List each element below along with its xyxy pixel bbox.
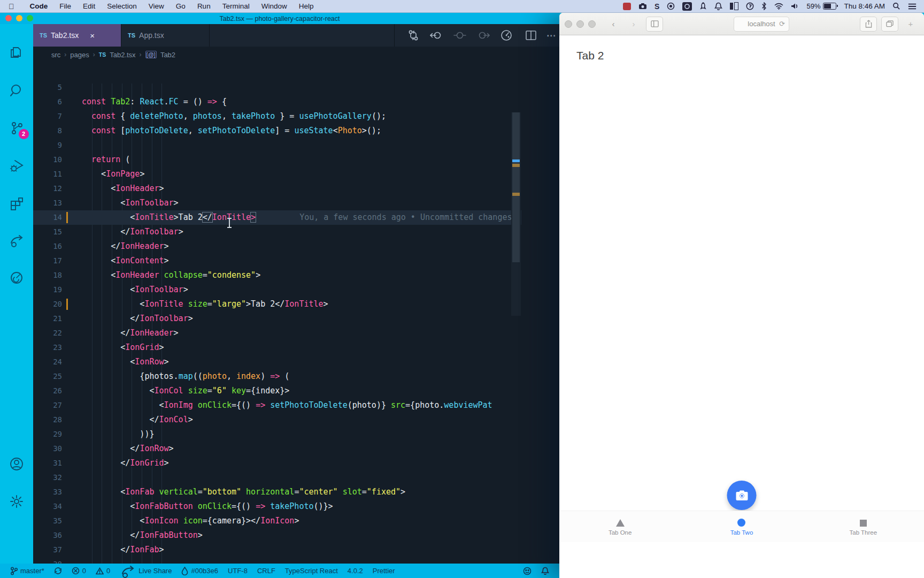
back-button[interactable]: ‹ — [605, 17, 621, 31]
source-control-icon[interactable]: 2 — [0, 114, 33, 142]
apple-menu-icon[interactable]:  — [9, 2, 14, 11]
s-logo-icon[interactable]: S — [654, 2, 659, 11]
code-line-9[interactable]: 9 — [33, 138, 521, 153]
menu-window[interactable]: Window — [256, 2, 293, 10]
tab-overview-button[interactable] — [881, 17, 898, 32]
menu-file[interactable]: File — [53, 2, 77, 10]
menu-view[interactable]: View — [143, 2, 170, 10]
zoom-window-button[interactable] — [588, 20, 596, 28]
search-icon[interactable] — [0, 77, 33, 104]
breadcrumb-item[interactable]: pages — [70, 51, 89, 59]
account-icon[interactable] — [0, 450, 33, 478]
status-item--00b3e6[interactable]: #00b3e6 — [176, 566, 223, 576]
compass-icon[interactable] — [746, 2, 754, 11]
extensions-icon[interactable] — [0, 189, 33, 217]
status-item-bell-icon[interactable] — [536, 566, 554, 576]
more-actions-icon[interactable]: ⋯ — [546, 30, 556, 41]
code-line-14[interactable]: 14 <IonTitle>Tab 2</IonTitle>You, a few … — [33, 210, 521, 225]
breadcrumb[interactable]: src›pages›TSTab2.tsx›[@]Tab2 — [33, 47, 559, 63]
menu-edit[interactable]: Edit — [77, 2, 101, 10]
ionic-tab-tab-three[interactable]: Tab Three — [803, 511, 924, 542]
code-line-11[interactable]: 11 <IonPage> — [33, 167, 521, 181]
menu-terminal[interactable]: Terminal — [217, 2, 256, 10]
menu-go[interactable]: Go — [170, 2, 191, 10]
status-item-live-share[interactable]: Live Share — [115, 566, 176, 576]
code-line-10[interactable]: 10 return ( — [33, 153, 521, 167]
code-line-30[interactable]: 30 </IonRow> — [33, 442, 521, 456]
status-item-crlf[interactable]: CRLF — [252, 567, 280, 575]
menu-bar-clock[interactable]: Thu 8:46 AM — [844, 2, 885, 10]
status-item-0[interactable]: 0 — [91, 566, 115, 576]
code-line-33[interactable]: 33 <IonFab vertical="bottom" horizontal=… — [33, 485, 521, 499]
volume-icon[interactable] — [791, 2, 799, 11]
explorer-icon[interactable] — [0, 39, 33, 67]
columns-icon[interactable] — [730, 2, 738, 11]
sidebar-toggle-button[interactable] — [646, 17, 663, 32]
settings-icon[interactable] — [0, 488, 33, 515]
breadcrumb-item[interactable]: src — [51, 51, 60, 59]
notification-center-icon[interactable] — [908, 2, 917, 11]
close-window-button[interactable] — [5, 15, 12, 21]
battery-indicator[interactable]: 59% — [806, 2, 836, 10]
code-line-17[interactable]: 17 <IonContent> — [33, 254, 521, 268]
code-line-21[interactable]: 21 </IonToolbar> — [33, 311, 521, 326]
code-line-8[interactable]: 8 const [photoToDelete, setPhotoToDelete… — [33, 124, 521, 138]
status-item-master-[interactable]: master* — [5, 566, 49, 576]
code-line-5[interactable]: 5 — [33, 80, 521, 95]
code-line-6[interactable]: 6const Tab2: React.FC = () => { — [33, 95, 521, 109]
reload-icon[interactable]: ⟳ — [779, 20, 785, 28]
code-line-15[interactable]: 15 </IonToolbar> — [33, 225, 521, 239]
nav-forward-icon[interactable] — [477, 31, 490, 40]
status-item-prettier[interactable]: Prettier — [368, 567, 400, 575]
record-icon[interactable] — [667, 2, 675, 11]
share-button[interactable] — [860, 17, 877, 32]
minimize-window-button[interactable] — [16, 15, 22, 21]
code-line-16[interactable]: 16 </IonHeader> — [33, 239, 521, 254]
status-item-feedback-icon[interactable] — [518, 566, 536, 576]
nav-stop-icon[interactable] — [453, 31, 466, 40]
split-editor-icon[interactable] — [525, 29, 537, 41]
code-line-20[interactable]: 20 <IonTitle size="large">Tab 2</IonTitl… — [33, 297, 521, 311]
code-line-36[interactable]: 36 </IonFabButton> — [33, 528, 521, 543]
editor-tab-app.tsx[interactable]: TS App.tsx — [121, 24, 210, 47]
code-line-23[interactable]: 23 <IonGrid> — [33, 340, 521, 355]
open-changes-icon[interactable] — [407, 29, 419, 41]
close-window-button[interactable] — [565, 20, 572, 28]
code-line-25[interactable]: 25 {photos.map((photo, index) => ( — [33, 369, 521, 384]
wifi-icon[interactable] — [774, 2, 783, 11]
ionic-tab-tab-one[interactable]: Tab One — [559, 511, 681, 542]
run-debug-icon[interactable] — [0, 151, 33, 179]
status-item-4-0-2[interactable]: 4.0.2 — [343, 567, 368, 575]
code-line-28[interactable]: 28 </IonCol> — [33, 413, 521, 427]
code-line-38[interactable]: 38 — [33, 557, 521, 564]
timeline-icon[interactable] — [500, 29, 512, 41]
code-line-24[interactable]: 24 <IonRow> — [33, 355, 521, 369]
live-share-icon[interactable] — [0, 226, 33, 254]
code-line-18[interactable]: 18 <IonHeader collapse="condense"> — [33, 268, 521, 283]
code-line-13[interactable]: 13 <IonToolbar> — [33, 196, 521, 210]
status-item-0[interactable]: 0 — [67, 566, 91, 576]
code-line-32[interactable]: 32 — [33, 470, 521, 485]
spotlight-search-icon[interactable] — [892, 2, 900, 11]
status-item-sync-icon[interactable] — [49, 566, 67, 576]
code-line-19[interactable]: 19 <IonToolbar> — [33, 283, 521, 297]
code-line-35[interactable]: 35 <IonIcon icon={camera}></IonIcon> — [33, 514, 521, 528]
code-line-37[interactable]: 37 </IonFab> — [33, 543, 521, 557]
code-line-34[interactable]: 34 <IonFabButton onClick={() => takePhot… — [33, 499, 521, 514]
minimize-window-button[interactable] — [576, 20, 584, 28]
address-bar[interactable]: localhost ⟳ — [734, 17, 789, 32]
camera-fab-button[interactable] — [727, 481, 757, 510]
close-tab-icon[interactable]: × — [90, 31, 95, 40]
code-line-7[interactable]: 7 const { deletePhoto, photos, takePhoto… — [33, 109, 521, 124]
editor-vertical-scrollbar[interactable] — [511, 112, 521, 316]
rocket-icon[interactable] — [699, 2, 707, 11]
code-line-26[interactable]: 26 <IonCol size="6" key={index}> — [33, 384, 521, 398]
film-icon[interactable] — [623, 2, 631, 11]
code-line-22[interactable]: 22 </IonHeader> — [33, 326, 521, 340]
menu-code[interactable]: Code — [24, 2, 54, 10]
code-line-27[interactable]: 27 <IonImg onClick={() => setPhotoToDele… — [33, 398, 521, 413]
breadcrumb-item[interactable]: Tab2.tsx — [110, 51, 135, 59]
code-line-29[interactable]: 29 ))} — [33, 427, 521, 442]
screen-record-icon[interactable] — [682, 2, 692, 11]
vscode-title-bar[interactable]: Tab2.tsx — photo-gallery-capacitor-react — [0, 13, 559, 24]
